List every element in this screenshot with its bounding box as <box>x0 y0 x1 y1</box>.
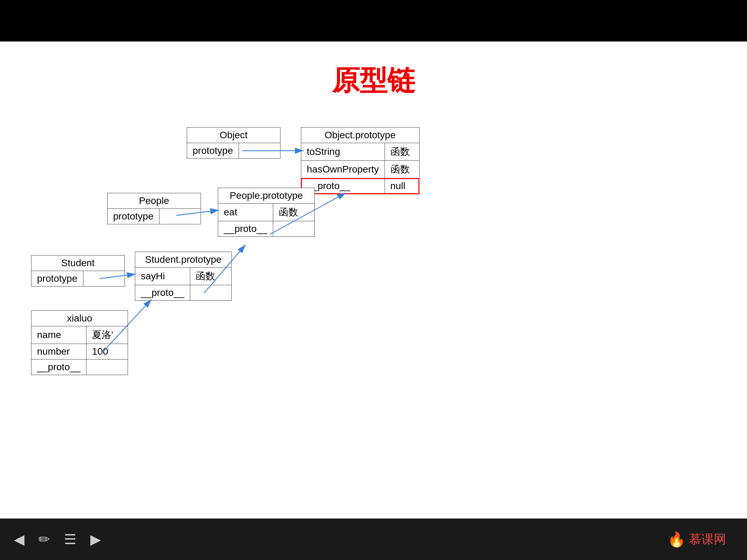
diagram: Object prototype Object.prototype toStri… <box>0 100 747 514</box>
flame-icon: 🔥 <box>667 531 685 548</box>
people-prototype-header: People.prototype <box>218 188 315 204</box>
student-box: Student prototype <box>31 255 125 287</box>
back-button[interactable]: ◀ <box>14 531 25 547</box>
logo-text: 慕课网 <box>689 531 726 548</box>
people-box: People prototype <box>107 193 201 224</box>
object-prototype-box: Object.prototype toString函数 hasOwnProper… <box>301 127 419 194</box>
xialuo-header: xialuo <box>31 311 128 326</box>
toolbar: ◀ ✏ ☰ ▶ 🔥 慕课网 <box>0 519 747 560</box>
people-prototype-box: People.prototype eat函数 __proto__ <box>218 188 315 237</box>
top-bar <box>0 0 747 41</box>
student-header: Student <box>31 255 125 271</box>
object-prototype-header: Object.prototype <box>301 128 419 143</box>
edit-button[interactable]: ✏ <box>38 531 50 547</box>
forward-button[interactable]: ▶ <box>90 531 101 547</box>
xialuo-box: xialuo name夏洛' number100 __proto__ <box>31 310 128 375</box>
object-header: Object <box>187 128 280 143</box>
people-header: People <box>108 193 201 209</box>
menu-button[interactable]: ☰ <box>64 531 76 547</box>
page-title: 原型链 <box>0 41 747 100</box>
logo: 🔥 慕课网 <box>667 531 726 548</box>
object-box: Object prototype <box>187 127 280 159</box>
student-prototype-header: Student.prototype <box>135 252 232 268</box>
student-prototype-box: Student.prototype sayHi函数 __proto__ <box>135 252 232 301</box>
